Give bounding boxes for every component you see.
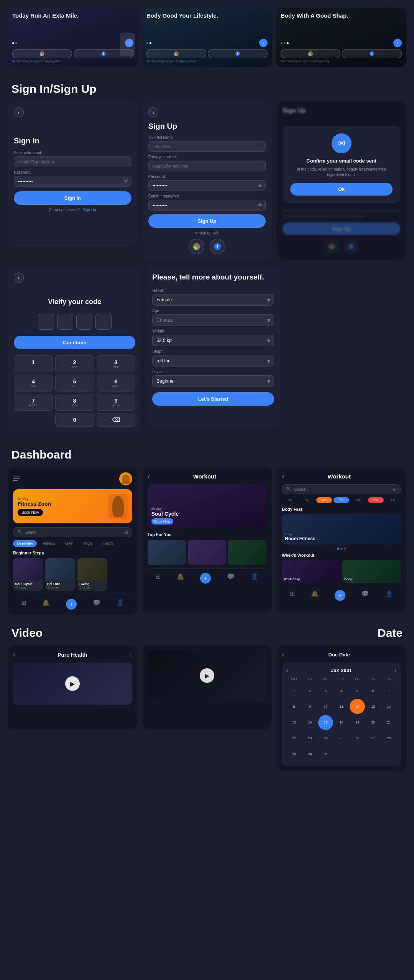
nav-add-2[interactable]: + bbox=[200, 573, 211, 584]
nav-profile-2[interactable]: 👤 bbox=[251, 573, 258, 584]
play-button-1[interactable]: ▶ bbox=[65, 676, 80, 691]
nav-add[interactable]: + bbox=[66, 599, 77, 610]
calendar-cell[interactable]: 12 bbox=[350, 699, 365, 714]
lets-started-button[interactable]: Let's Started bbox=[152, 392, 274, 406]
signup-button[interactable]: Sign Up bbox=[148, 214, 266, 228]
nav-home[interactable]: ⊞ bbox=[21, 599, 26, 610]
calendar-cell[interactable]: 24 bbox=[318, 731, 333, 746]
calendar-cell[interactable]: 10 bbox=[318, 699, 333, 714]
tab-overview[interactable]: Overview bbox=[13, 540, 37, 547]
code-box-2[interactable] bbox=[57, 314, 73, 330]
calendar-cell[interactable]: 8 bbox=[286, 699, 301, 714]
signup-eye-icon[interactable]: 👁 bbox=[258, 183, 263, 189]
google-btn-2[interactable] bbox=[146, 49, 206, 58]
share-icon[interactable]: ↑ bbox=[130, 652, 132, 658]
numpad-9[interactable]: 9WXYZ bbox=[97, 394, 136, 411]
play-button-2[interactable]: ▶ bbox=[200, 668, 214, 683]
numpad-backspace[interactable]: ⌫ bbox=[97, 413, 136, 427]
video-back[interactable]: ‹ bbox=[13, 651, 15, 659]
google-signup-btn[interactable] bbox=[189, 239, 204, 254]
filter-icon[interactable]: ⊞ bbox=[124, 529, 128, 535]
google-btn-3[interactable] bbox=[281, 49, 340, 58]
calendar-cell[interactable]: 3 bbox=[318, 683, 333, 698]
code-box-4[interactable] bbox=[95, 314, 112, 330]
calendar-cell[interactable]: 16 bbox=[302, 715, 317, 730]
confirm-eye-icon[interactable]: 👁 bbox=[258, 202, 263, 208]
day-mo[interactable]: MO bbox=[316, 497, 332, 503]
signup-link[interactable]: Sign Up bbox=[82, 208, 96, 212]
height-select[interactable]: 5.6 Inc bbox=[152, 355, 274, 367]
card-soul-cycle[interactable]: Soul Cycle ⏱ 1 day bbox=[13, 558, 43, 591]
card-bd-fore[interactable]: Bd Fore ⏱ 2 day bbox=[45, 558, 75, 591]
calendar-cell[interactable]: 13 bbox=[366, 699, 381, 714]
code-box-1[interactable] bbox=[38, 314, 54, 330]
book-now-btn[interactable]: Book Now bbox=[18, 509, 43, 516]
continue-button[interactable]: Countune bbox=[14, 336, 135, 349]
calendar-cell[interactable]: 14 bbox=[381, 699, 396, 714]
numpad-8[interactable]: 8TUV bbox=[55, 394, 94, 411]
nav-profile[interactable]: 👤 bbox=[117, 599, 124, 610]
calendar-cell[interactable]: 28 bbox=[381, 731, 396, 746]
calendar-cell[interactable]: 5 bbox=[350, 683, 365, 698]
date-back[interactable]: ‹ bbox=[282, 651, 284, 659]
workout-search-input[interactable] bbox=[294, 487, 391, 492]
calendar-cell[interactable]: 18 bbox=[334, 715, 349, 730]
signin-button[interactable]: Sign In bbox=[14, 191, 131, 205]
calendar-cell[interactable]: 15 bbox=[286, 715, 301, 730]
calendar-cell[interactable]: 20 bbox=[366, 715, 381, 730]
signin-back-btn[interactable]: ‹ bbox=[14, 107, 24, 117]
calendar-cell[interactable]: 29 bbox=[286, 747, 301, 761]
nav-bell-3[interactable]: 🔔 bbox=[311, 590, 319, 601]
dashboard-search-input[interactable] bbox=[25, 530, 122, 534]
calendar-cell[interactable]: 4 bbox=[334, 683, 349, 698]
day-th[interactable]: TH bbox=[368, 497, 384, 503]
signup-password-input[interactable] bbox=[148, 180, 266, 191]
day-su[interactable]: SU bbox=[299, 497, 315, 503]
numpad-6[interactable]: 6MNO bbox=[97, 375, 136, 391]
book-now-workout[interactable]: Book Now bbox=[151, 518, 173, 525]
nav-bell[interactable]: 🔔 bbox=[42, 599, 50, 610]
numpad-3[interactable]: 3DEF bbox=[97, 355, 136, 372]
nav-profile-3[interactable]: 👤 bbox=[385, 590, 393, 601]
numpad-1[interactable]: 1 bbox=[14, 355, 53, 372]
calendar-cell[interactable]: 22 bbox=[286, 731, 301, 746]
calendar-cell[interactable]: 25 bbox=[334, 731, 349, 746]
day-sa[interactable]: SA bbox=[282, 497, 297, 503]
cal-next[interactable]: › bbox=[394, 667, 396, 673]
nav-chat[interactable]: 💬 bbox=[93, 599, 100, 610]
google-btn-1[interactable] bbox=[12, 49, 72, 58]
numpad-2[interactable]: 2ABC bbox=[55, 355, 94, 372]
small-card-2[interactable] bbox=[188, 540, 226, 565]
hero-next-3[interactable]: › bbox=[393, 39, 402, 47]
calendar-cell[interactable]: 2 bbox=[302, 683, 317, 698]
facebook-btn-3[interactable]: f bbox=[342, 49, 402, 58]
calendar-cell[interactable]: 21 bbox=[381, 715, 396, 730]
soul-cycle-hero[interactable]: 36 day Soul Cycle Book Now bbox=[148, 484, 267, 528]
numpad-5[interactable]: 5JKL bbox=[55, 375, 94, 391]
boom-fitness-card[interactable]: 1 day Boom Fitness bbox=[282, 514, 401, 544]
week-card-2[interactable]: Body bbox=[342, 560, 401, 583]
calendar-cell[interactable]: 23 bbox=[302, 731, 317, 746]
tab-yoga[interactable]: Yoga bbox=[79, 540, 95, 547]
ok-button[interactable]: Ok bbox=[290, 183, 393, 196]
calendar-cell[interactable]: 19 bbox=[350, 715, 365, 730]
code-box-3[interactable] bbox=[76, 314, 92, 330]
level-select[interactable]: Beginner Intermediate Advanced bbox=[152, 375, 274, 387]
weight-select[interactable]: 53.5 kg bbox=[152, 335, 274, 346]
calendar-cell[interactable]: 30 bbox=[302, 747, 317, 761]
calendar-cell[interactable]: 6 bbox=[366, 683, 381, 698]
calendar-cell[interactable]: 11 bbox=[334, 699, 349, 714]
video-thumbnail-1[interactable]: ▶ bbox=[13, 663, 132, 705]
signin-password-input[interactable] bbox=[14, 176, 131, 187]
calendar-cell[interactable]: 1 bbox=[286, 683, 301, 698]
small-card-3[interactable] bbox=[228, 540, 266, 565]
workout-back-2[interactable]: ‹ bbox=[282, 472, 284, 480]
signin-email-input[interactable] bbox=[14, 156, 131, 167]
facebook-signup-btn[interactable]: f bbox=[210, 239, 225, 254]
nav-chat-3[interactable]: 💬 bbox=[361, 590, 369, 601]
day-we[interactable]: WE bbox=[351, 497, 366, 503]
nav-add-3[interactable]: + bbox=[335, 590, 345, 601]
cal-prev[interactable]: ‹ bbox=[286, 667, 288, 673]
calendar-cell[interactable]: 27 bbox=[366, 731, 381, 746]
numpad-0[interactable]: 0 bbox=[55, 413, 94, 427]
